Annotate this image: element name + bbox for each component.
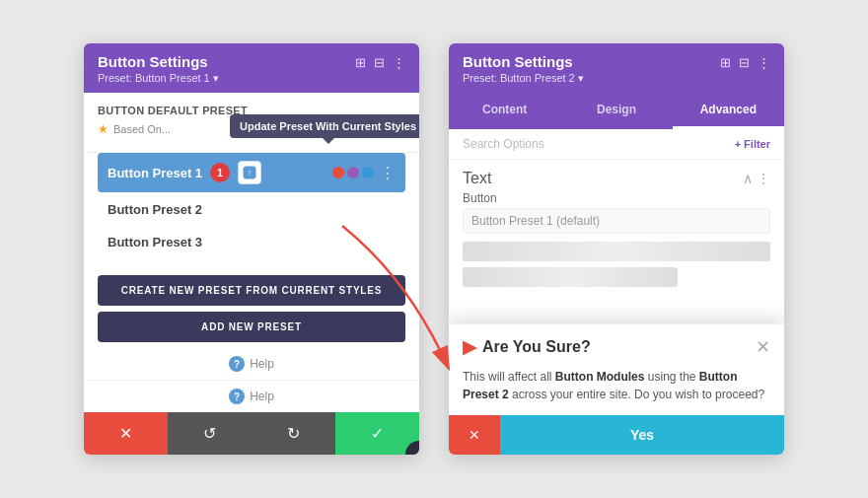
- right-panel-title: Button Settings: [463, 53, 584, 70]
- outer-help-icon: ?: [229, 389, 245, 404]
- right-more-icon[interactable]: ⋮: [758, 55, 770, 70]
- undo-button[interactable]: ↺: [168, 412, 252, 455]
- add-preset-button[interactable]: ADD NEW PRESET: [98, 312, 405, 342]
- more-icon[interactable]: ⋮: [393, 55, 405, 70]
- inner-help-icon: ?: [229, 356, 245, 372]
- preset-item-3-left: Button Preset 3: [108, 235, 202, 249]
- update-preset-icon[interactable]: ↑: [238, 161, 261, 184]
- star-icon: ★: [98, 122, 108, 136]
- content-section: Text ∧ ⋮ Button Button Preset 1 (default…: [449, 160, 784, 303]
- section-title: Button Default Preset: [98, 105, 405, 116]
- tabs-row: Content Design Advanced: [449, 93, 784, 129]
- right-expand-icon[interactable]: ⊞: [720, 55, 731, 70]
- outer-help-row: ? Help: [84, 380, 419, 412]
- dialog-title: ▶ Are You Sure?: [463, 336, 591, 358]
- right-panel-icons: ⊞ ⊟ ⋮: [720, 55, 770, 70]
- dot-red: [332, 167, 344, 178]
- section-more-icon[interactable]: ⋮: [757, 171, 770, 186]
- left-panel: Button Settings Preset: Button Preset 1 …: [84, 43, 419, 455]
- preset-1-more-icon[interactable]: ⋮: [380, 164, 396, 182]
- tab-design[interactable]: Design: [560, 93, 672, 129]
- filter-button[interactable]: + Filter: [735, 138, 770, 150]
- left-panel-icons: ⊞ ⊟ ⋮: [355, 55, 405, 70]
- color-dots: [332, 167, 374, 178]
- outer-help-text: Help: [250, 390, 274, 403]
- inner-help-row: ? Help: [84, 348, 419, 380]
- redo-icon: ↻: [287, 424, 300, 443]
- badge-number: 1: [210, 163, 230, 182]
- preset-item-1-actions: ⋮: [332, 164, 396, 182]
- dialog-close-button[interactable]: ✕: [756, 336, 770, 358]
- checkmark-icon: ✓: [371, 424, 384, 443]
- preset-item-1[interactable]: Button Preset 1 1 ↑: [98, 153, 405, 192]
- preset-item-2[interactable]: Button Preset 2: [98, 194, 405, 225]
- preset-item-3-name: Button Preset 3: [108, 235, 202, 249]
- button-field-label: Button: [463, 191, 770, 205]
- chevron-up-icon[interactable]: ∧: [743, 171, 753, 186]
- inner-help-text: Help: [250, 357, 274, 371]
- redo-button[interactable]: ↻: [252, 412, 335, 455]
- dialog-cancel-button[interactable]: ✕: [449, 415, 500, 455]
- based-on-row: ★ Based On...: [98, 122, 405, 136]
- columns-icon[interactable]: ⊟: [374, 55, 385, 70]
- tab-content[interactable]: Content: [449, 93, 560, 129]
- dialog-yes-button[interactable]: Yes: [500, 415, 784, 455]
- close-button[interactable]: ✕: [84, 412, 168, 455]
- tab-advanced[interactable]: Advanced: [673, 93, 784, 129]
- svg-text:↑: ↑: [248, 168, 253, 178]
- right-panel-preset-label[interactable]: Preset: Button Preset 2 ▾: [463, 72, 584, 85]
- section-label-icons: ∧ ⋮: [743, 171, 770, 186]
- preset-list: Button Preset 1 1 ↑: [84, 153, 419, 269]
- preset-item-2-name: Button Preset 2: [108, 202, 202, 217]
- dialog-footer: ✕ Yes: [449, 415, 784, 455]
- dialog-bold-1: Button Modules: [555, 370, 645, 384]
- preset-item-2-left: Button Preset 2: [108, 202, 202, 217]
- left-panel-header: Button Settings Preset: Button Preset 1 …: [84, 43, 419, 93]
- dialog-arrow-icon: ▶: [463, 336, 476, 358]
- preset-item-3[interactable]: Button Preset 3: [98, 227, 405, 257]
- search-filter-row: Search Options + Filter: [449, 129, 784, 160]
- dialog-body: This will affect all Button Modules usin…: [449, 364, 784, 415]
- preset-item-1-name: Button Preset 1: [108, 166, 202, 180]
- based-on-text: Based On...: [113, 123, 171, 135]
- preset-section: Button Default Preset ★ Based On...: [84, 93, 419, 153]
- close-icon: ✕: [119, 424, 132, 443]
- create-preset-button[interactable]: CREATE NEW PRESET FROM CURRENT STYLES: [98, 275, 405, 306]
- right-columns-icon[interactable]: ⊟: [739, 55, 750, 70]
- right-panel: Button Settings Preset: Button Preset 2 …: [449, 43, 784, 455]
- right-panel-header: Button Settings Preset: Button Preset 2 …: [449, 43, 784, 93]
- undo-icon: ↺: [203, 424, 216, 443]
- search-placeholder[interactable]: Search Options: [463, 137, 544, 151]
- left-panel-title: Button Settings: [98, 53, 219, 70]
- drag-icon: ↗: [414, 448, 419, 455]
- left-panel-preset-label[interactable]: Preset: Button Preset 1 ▾: [98, 72, 219, 85]
- text-section-label: Text ∧ ⋮: [463, 170, 770, 187]
- dot-blue: [362, 167, 374, 178]
- dialog-header: ▶ Are You Sure? ✕: [449, 324, 784, 364]
- preset-item-1-left: Button Preset 1 1 ↑: [108, 161, 261, 184]
- expand-icon[interactable]: ⊞: [355, 55, 366, 70]
- button-field-value: Button Preset 1 (default): [463, 208, 770, 234]
- confirm-dialog: ▶ Are You Sure? ✕ This will affect all B…: [449, 323, 784, 455]
- blurred-row-1: [463, 242, 770, 261]
- bottom-bar: ✕ ↺ ↻ ✓: [84, 412, 419, 455]
- dot-purple: [347, 167, 359, 178]
- blurred-row-2: [463, 267, 678, 287]
